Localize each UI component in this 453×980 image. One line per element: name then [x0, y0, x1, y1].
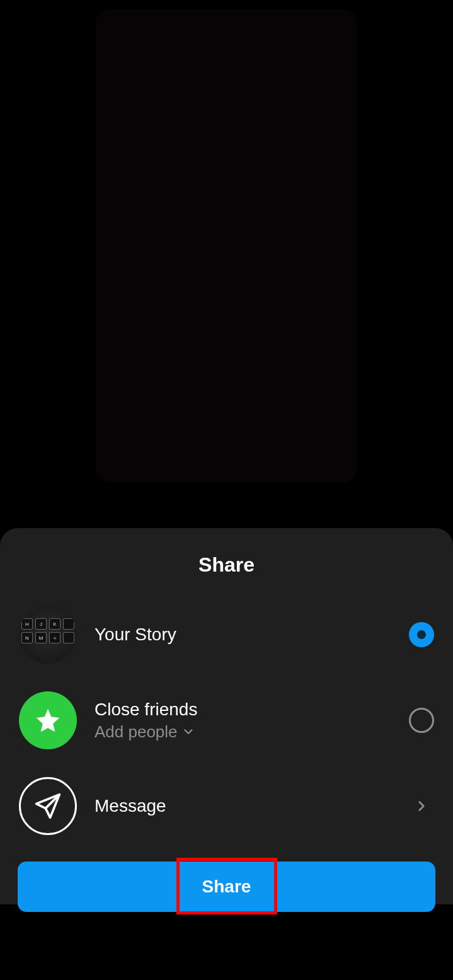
- option-message[interactable]: Message: [19, 763, 434, 849]
- share-button-container: Share: [0, 849, 453, 912]
- story-preview-area: [0, 0, 453, 523]
- message-icon-circle: [19, 777, 77, 835]
- your-story-label: Your Story: [95, 625, 409, 645]
- close-friends-radio[interactable]: [409, 708, 434, 733]
- share-options: HJK NM< Your Story Close friends: [0, 592, 453, 849]
- your-story-avatar: HJK NM<: [19, 606, 77, 664]
- share-button[interactable]: Share: [18, 862, 435, 912]
- send-icon: [34, 792, 62, 820]
- screen: Share HJK NM< Your Story: [0, 0, 453, 980]
- option-close-friends[interactable]: Close friends Add people: [19, 677, 434, 763]
- close-friends-icon: [19, 691, 77, 749]
- sheet-title: Share: [0, 553, 453, 592]
- your-story-radio[interactable]: [409, 622, 434, 647]
- close-friends-label: Close friends: [95, 700, 409, 720]
- chevron-right-icon: [413, 798, 430, 814]
- option-your-story[interactable]: HJK NM< Your Story: [19, 592, 434, 677]
- chevron-down-icon: [181, 725, 195, 739]
- message-chevron: [409, 798, 434, 814]
- share-sheet: Share HJK NM< Your Story: [0, 528, 453, 904]
- message-label: Message: [95, 796, 409, 816]
- star-icon: [34, 706, 62, 734]
- close-friends-sublabel[interactable]: Add people: [95, 722, 409, 742]
- story-preview-card[interactable]: [96, 9, 357, 482]
